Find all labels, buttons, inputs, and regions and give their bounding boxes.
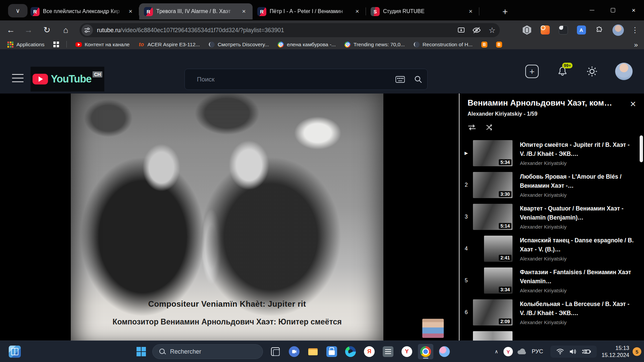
bookmark-star-button[interactable]: ☆: [484, 23, 500, 37]
shuffle-button[interactable]: [486, 124, 495, 131]
menu-button[interactable]: [12, 74, 23, 85]
playlist-item-channel: Alexander Kiriyatskiy: [520, 224, 635, 230]
video-thumbnail: [473, 331, 513, 341]
browser-profile-avatar[interactable]: [612, 24, 624, 36]
taskbar-search[interactable]: [152, 344, 263, 359]
bookmark-item[interactable]: Reconstruction of H...: [414, 42, 473, 48]
taskbar-app-button[interactable]: [268, 344, 283, 359]
preview-toggle-button[interactable]: [469, 23, 484, 37]
address-bar[interactable]: rutube.ru/video/6c8840ec107f2964336534d1…: [79, 23, 500, 37]
onedrive-icon[interactable]: [517, 348, 526, 355]
taskbar-app-button[interactable]: [380, 344, 396, 359]
orange-extension-button[interactable]: [540, 25, 550, 35]
bookmark-item[interactable]: [481, 42, 487, 48]
back-button[interactable]: ←: [3, 20, 18, 40]
virtual-keyboard-button[interactable]: [391, 76, 409, 83]
pinned-blue-app-icon[interactable]: [9, 346, 21, 358]
new-tab-button[interactable]: +: [499, 6, 511, 18]
close-window-button[interactable]: ×: [623, 0, 644, 20]
duration-badge: 5:14: [499, 223, 512, 229]
taskbar-app-button[interactable]: [305, 344, 321, 359]
meet-icon: [289, 346, 300, 357]
taskbar-app-button[interactable]: [343, 344, 358, 359]
shuffle-icon: [486, 124, 495, 131]
forward-button[interactable]: →: [21, 20, 36, 40]
bookmark-item[interactable]: Trending news: 70,0...: [344, 42, 405, 48]
taskbar-app-button[interactable]: [286, 344, 302, 359]
create-button[interactable]: +: [525, 65, 539, 78]
video-player[interactable]: Compositeur Veniamïn Khaèt: Jupiter rit …: [71, 94, 383, 341]
url-text[interactable]: rutube.ru/video/6c8840ec107f2964336534d1…: [97, 27, 453, 34]
playlist-item[interactable]: 2 3:30 Любовь Яровая - L'Amour de Blés /…: [460, 169, 644, 201]
bookmark-item[interactable]: [53, 42, 67, 48]
bookmark-item[interactable]: елена камбурова -...: [278, 42, 336, 48]
tab-close-icon[interactable]: ×: [126, 7, 135, 15]
bookmarks-overflow-button[interactable]: »: [634, 41, 638, 49]
translate-extension-button[interactable]: [576, 25, 586, 35]
browser-tab[interactable]: Тревога III, IV Alarme / В. Хаэт ×: [139, 3, 253, 19]
taskbar-center: [133, 341, 455, 362]
tray-overflow-button[interactable]: ∧: [494, 349, 498, 355]
maximize-button[interactable]: [602, 0, 623, 20]
site-info-button[interactable]: [82, 24, 93, 36]
page-scrollbar-thumb[interactable]: [640, 135, 643, 162]
bookmark-label: елена камбурова -...: [287, 42, 336, 48]
password-manager-extension-button[interactable]: [522, 25, 532, 35]
loop-button[interactable]: [467, 124, 477, 131]
notification-center-badge[interactable]: 5: [633, 347, 641, 356]
taskbar-app-button[interactable]: [418, 344, 433, 359]
playlist-close-icon[interactable]: ×: [630, 98, 636, 110]
extensions-menu-button[interactable]: [594, 25, 604, 35]
dark-extension-button[interactable]: [558, 25, 568, 35]
search-button[interactable]: [409, 75, 427, 84]
browser-menu-button[interactable]: ⋮: [631, 26, 639, 35]
floating-webcam-thumbnail[interactable]: [422, 319, 444, 338]
bookmark-item[interactable]: Контент на канале: [75, 42, 130, 48]
browser-tab[interactable]: Студия RUTUBE ×: [366, 3, 479, 19]
blogger-icon: [481, 42, 487, 48]
taskbar-app-button[interactable]: [362, 344, 377, 359]
bookmark-item[interactable]: [496, 42, 502, 48]
playlist-item-index: 5: [460, 278, 473, 284]
browser-tab[interactable]: Пётр I - A - Peter I / Вениамин ×: [253, 3, 366, 19]
user-avatar[interactable]: [615, 63, 633, 80]
browser-tab[interactable]: Все плейлисты Александр Кир ×: [26, 3, 139, 19]
taskbar-app-button[interactable]: [324, 344, 339, 359]
tab-close-icon[interactable]: ×: [467, 7, 475, 15]
taskbar-clock[interactable]: 15:13 15.12.2024: [601, 345, 629, 359]
youtube-logo[interactable]: YouTube CH: [31, 67, 104, 92]
google-icon: [278, 42, 284, 48]
install-app-button[interactable]: [453, 23, 469, 37]
url-path: /video/6c8840ec107f2964336534d1f70dd324/…: [120, 27, 284, 34]
tab-close-icon[interactable]: ×: [353, 7, 361, 15]
playlist-item[interactable]: 6 2:09 Колыбельная - La Berceuse / В. Ха…: [460, 296, 644, 328]
minimize-button[interactable]: [582, 0, 602, 20]
taskbar-app-button[interactable]: [437, 344, 452, 359]
playlist-item[interactable]: Причудливые тени - Ombres: [460, 328, 644, 341]
browser-toolbar: ← → ↻ ⌂ rutube.ru/video/6c8840ec107f2964…: [0, 20, 644, 40]
bookmark-item[interactable]: ACER Aspire E3-112...: [138, 42, 200, 48]
search-input[interactable]: [185, 76, 391, 83]
playlist-item[interactable]: ▶ 5:34 Юпитер смеётся - Jupiter rit / В.…: [460, 137, 644, 169]
tray-status-group[interactable]: [550, 346, 597, 358]
start-button[interactable]: [133, 344, 149, 359]
reload-button[interactable]: ↻: [40, 20, 54, 40]
tab-title: Тревога III, IV Alarme / В. Хаэт: [156, 8, 236, 14]
search-bar[interactable]: [184, 69, 428, 90]
playlist-panel: Вениамин Арнольдович Хаэт, ком… × Alexan…: [459, 94, 644, 341]
bookmark-item[interactable]: Смотреть Discovery...: [209, 42, 269, 48]
bookmark-item[interactable]: Applications: [7, 42, 45, 48]
taskbar-search-input[interactable]: [170, 348, 251, 355]
notifications-button[interactable]: 99+: [557, 66, 568, 77]
language-indicator[interactable]: РУС: [532, 348, 543, 355]
playlist-item[interactable]: 5 3:34 Фантазии - Fantaisies / Вениамин …: [460, 264, 644, 296]
playlist-item[interactable]: 3 5:14 Квартет - Quatuor / Вениамин Хаэт…: [460, 201, 644, 233]
yandex-tray-icon[interactable]: [503, 347, 513, 356]
tab-close-icon[interactable]: ×: [240, 7, 248, 15]
tab-search-button[interactable]: ∨: [8, 4, 28, 17]
bookmark-label: Смотреть Discovery...: [218, 42, 269, 48]
taskbar-app-button[interactable]: [399, 344, 415, 359]
home-button[interactable]: ⌂: [58, 20, 73, 40]
theme-toggle-button[interactable]: [586, 66, 598, 77]
playlist-item[interactable]: 4 2:41 Испанский танец - Danse espagnole…: [460, 233, 644, 264]
